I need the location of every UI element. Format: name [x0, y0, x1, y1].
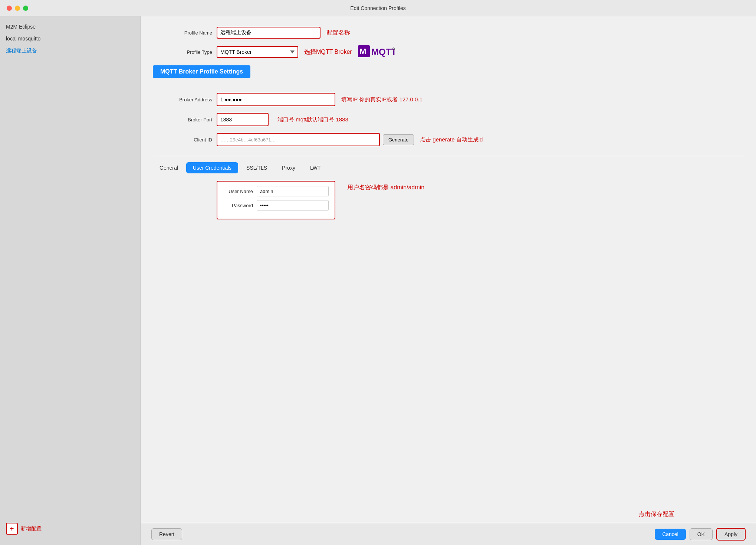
profile-name-input[interactable] — [217, 27, 321, 39]
tab-proxy[interactable]: Proxy — [275, 162, 302, 173]
svg-text:MQTT: MQTT — [371, 47, 395, 57]
username-row: User Name — [223, 186, 329, 196]
profile-name-row: Profile Name 配置名称 — [153, 27, 744, 39]
sidebar-bottom: + 新增配置 — [0, 517, 141, 541]
profile-type-annotation: 选择MQTT Broker — [304, 48, 352, 56]
add-profile-button[interactable]: + — [6, 523, 18, 535]
broker-address-annotation: 填写IP 你的真实IP或者 127.0.0.1 — [341, 96, 423, 103]
title-bar: Edit Connection Profiles — [0, 0, 756, 16]
broker-port-annotation: 端口号 mqtt默认端口号 1883 — [277, 116, 348, 123]
revert-button[interactable]: Revert — [151, 528, 182, 540]
broker-address-label: Broker Address — [153, 97, 212, 102]
bottom-bar: Revert Cancel OK Apply — [141, 523, 756, 545]
bottom-left: Revert — [151, 528, 182, 540]
window-title: Edit Connection Profiles — [350, 5, 405, 11]
apply-button[interactable]: Apply — [716, 528, 746, 541]
profile-name-annotation: 配置名称 — [326, 29, 350, 37]
client-id-label: Client ID — [153, 137, 212, 143]
sidebar: M2M Eclipse local mosquitto 远程端上设备 + 新增配… — [0, 16, 141, 545]
tabs-row: General User Credentials SSL/TLS Proxy L… — [153, 162, 744, 173]
broker-port-input[interactable] — [217, 113, 269, 126]
tab-general[interactable]: General — [153, 162, 185, 173]
save-annotation: 点击保存配置 — [639, 510, 674, 518]
profile-type-select[interactable]: MQTT Broker — [217, 46, 298, 58]
broker-address-input[interactable] — [217, 93, 335, 106]
bottom-right: Cancel OK Apply — [655, 528, 746, 541]
cancel-button[interactable]: Cancel — [655, 529, 686, 540]
divider — [153, 156, 744, 156]
tab-lwt[interactable]: LWT — [303, 162, 328, 173]
window-controls[interactable] — [7, 6, 28, 11]
main-layout: M2M Eclipse local mosquitto 远程端上设备 + 新增配… — [0, 16, 756, 545]
broker-port-row: Broker Port 端口号 mqtt默认端口号 1883 — [153, 113, 744, 126]
password-row: Password — [223, 200, 329, 211]
sidebar-item-local-mosquitto[interactable]: local mosquitto — [0, 33, 141, 45]
sidebar-item-remote-device[interactable]: 远程端上设备 — [0, 45, 141, 57]
profile-name-label: Profile Name — [153, 30, 212, 36]
generate-annotation: 点击 generate 自动生成id — [420, 136, 483, 143]
broker-port-label: Broker Port — [153, 117, 212, 123]
credentials-section: User Name Password 用户名密码都是 admin/admin — [153, 181, 744, 219]
content-area: Profile Name 配置名称 Profile Type MQTT Brok… — [141, 16, 756, 545]
credentials-box: User Name Password — [217, 181, 335, 219]
username-input[interactable] — [257, 186, 329, 196]
username-label: User Name — [223, 189, 253, 194]
profile-type-row: Profile Type MQTT Broker 选择MQTT Broker M… — [153, 45, 744, 59]
section-header: MQTT Broker Profile Settings — [153, 65, 250, 78]
tab-user-credentials[interactable]: User Credentials — [186, 162, 238, 173]
close-button[interactable] — [7, 6, 12, 11]
client-id-row: Client ID Generate 点击 generate 自动生成id — [153, 133, 744, 146]
mqtt-logo: M MQTT ORG — [358, 45, 395, 59]
sidebar-item-m2m-eclipse[interactable]: M2M Eclipse — [0, 21, 141, 33]
profile-type-label: Profile Type — [153, 49, 212, 55]
mqtt-logo-svg: M MQTT ORG — [358, 45, 395, 59]
password-label: Password — [223, 203, 253, 208]
svg-text:ORG: ORG — [392, 47, 395, 51]
minimize-button[interactable] — [15, 6, 20, 11]
client-id-input[interactable] — [217, 133, 380, 146]
ok-button[interactable]: OK — [690, 528, 713, 540]
generate-button[interactable]: Generate — [383, 134, 414, 145]
maximize-button[interactable] — [23, 6, 28, 11]
creds-annotation: 用户名密码都是 admin/admin — [347, 184, 424, 192]
add-profile-label: 新增配置 — [21, 525, 42, 532]
svg-text:M: M — [359, 47, 366, 56]
broker-address-row: Broker Address 填写IP 你的真实IP或者 127.0.0.1 — [153, 93, 744, 106]
tab-ssl-tls[interactable]: SSL/TLS — [240, 162, 274, 173]
password-input[interactable] — [257, 200, 329, 211]
